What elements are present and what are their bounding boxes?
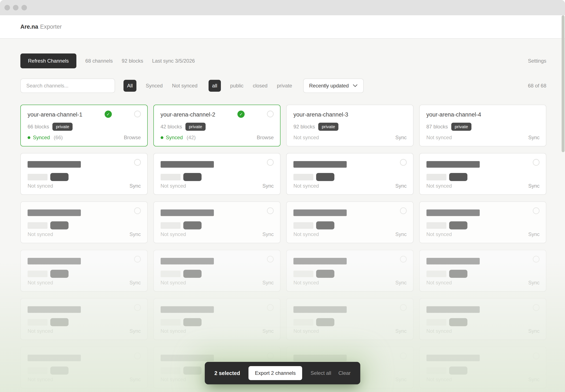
channel-card[interactable]: your-arena-channel-4 ✓ 87 blocks private… [419, 105, 547, 146]
channel-card[interactable]: your-arena-channel-1 ✓ 66 blocks private… [20, 105, 148, 146]
card-action-link[interactable]: Sync [129, 183, 141, 189]
filter-chip-private[interactable]: private [277, 83, 292, 89]
privacy-badge-skeleton [316, 221, 334, 229]
window-control-dot[interactable] [21, 5, 27, 10]
select-radio[interactable] [533, 256, 539, 263]
channel-card-loading[interactable]: Not synced Sync [153, 153, 281, 195]
channel-card-loading[interactable]: Not synced Sync [419, 153, 547, 195]
not-synced-status: Not synced [293, 183, 319, 189]
selected-check-icon[interactable]: ✓ [237, 111, 245, 118]
select-radio[interactable] [400, 207, 407, 214]
vertical-scrollbar-thumb[interactable] [562, 15, 565, 152]
not-synced-status: Not synced [161, 328, 186, 334]
channel-card-loading[interactable]: Not synced Sync [419, 298, 547, 340]
card-action-link[interactable]: Sync [395, 328, 407, 334]
select-radio[interactable] [533, 352, 539, 359]
sort-selected-value: Recently updated [309, 83, 349, 89]
filter-chip-all[interactable]: All [124, 80, 137, 92]
refresh-channels-button[interactable]: Refresh Channels [20, 54, 76, 68]
channel-card-loading[interactable]: Not synced Sync [286, 298, 413, 340]
channel-card-loading[interactable]: Not synced Sync [20, 201, 148, 243]
card-action-link[interactable]: Sync [262, 231, 274, 237]
select-radio[interactable] [267, 304, 274, 311]
filter-chip-public[interactable]: public [230, 83, 244, 89]
card-action-link[interactable]: Sync [262, 183, 274, 189]
window-control-dot[interactable] [13, 5, 18, 10]
select-radio[interactable] [400, 159, 407, 166]
card-action-link[interactable]: Browse [124, 135, 141, 140]
card-action-link[interactable]: Sync [528, 377, 539, 382]
channel-card-loading[interactable]: Not synced Sync [419, 250, 547, 292]
channel-card-loading[interactable]: Not synced Sync [286, 250, 413, 292]
channel-card-loading[interactable]: Not synced Sync [20, 347, 148, 388]
privacy-badge-skeleton [449, 221, 468, 229]
channel-card-loading[interactable]: Not synced Sync [286, 201, 413, 243]
channel-card-loading[interactable]: Not synced Sync [286, 153, 413, 195]
channel-card-loading[interactable]: Not synced Sync [419, 347, 547, 388]
synced-status: Synced(42) [161, 135, 196, 140]
card-action-link[interactable]: Sync [395, 135, 407, 140]
card-action-link[interactable]: Sync [129, 377, 141, 382]
select-radio[interactable] [134, 352, 141, 359]
select-radio[interactable] [533, 159, 539, 166]
channel-card-loading[interactable]: Not synced Sync [419, 201, 547, 243]
channel-title-skeleton [161, 258, 214, 265]
channel-card[interactable]: your-arena-channel-2 ✓ 42 blocks private… [153, 105, 281, 146]
select-radio[interactable] [533, 304, 539, 311]
card-action-link[interactable]: Sync [528, 231, 539, 237]
selected-check-icon[interactable]: ✓ [105, 111, 112, 118]
select-radio[interactable] [400, 304, 407, 311]
select-radio[interactable] [267, 256, 274, 263]
select-radio[interactable] [134, 159, 141, 166]
last-sync-stat: Last sync 3/5/2026 [152, 58, 195, 64]
card-action-link[interactable]: Sync [528, 328, 539, 334]
select-radio[interactable] [267, 111, 274, 117]
not-synced-status: Not synced [28, 231, 53, 237]
card-action-link[interactable]: Sync [528, 280, 539, 286]
privacy-badge-skeleton [50, 270, 69, 278]
card-action-link[interactable]: Sync [129, 280, 141, 286]
filter-chip-not-synced[interactable]: Not synced [172, 83, 197, 89]
clear-selection-link[interactable]: Clear [338, 370, 350, 376]
not-synced-status: Not synced [427, 280, 452, 286]
export-channels-button[interactable]: Export 2 channels [249, 366, 302, 380]
channel-card-loading[interactable]: Not synced Sync [153, 250, 281, 292]
select-radio[interactable] [134, 304, 141, 311]
select-radio[interactable] [134, 207, 141, 214]
channel-card[interactable]: your-arena-channel-3 ✓ 92 blocks private… [286, 105, 413, 146]
channel-card-loading[interactable]: Not synced Sync [20, 153, 148, 195]
card-action-link[interactable]: Sync [528, 183, 539, 189]
filter-chip-closed[interactable]: closed [253, 83, 268, 89]
card-action-link[interactable]: Browse [257, 135, 274, 140]
card-action-link[interactable]: Sync [395, 231, 407, 237]
channel-card-loading[interactable]: Not synced Sync [20, 250, 148, 292]
sort-dropdown[interactable]: Recently updated [303, 79, 364, 93]
settings-link[interactable]: Settings [528, 58, 546, 64]
select-radio[interactable] [134, 256, 141, 263]
card-action-link[interactable]: Sync [129, 328, 141, 334]
select-radio[interactable] [267, 159, 274, 166]
card-action-link[interactable]: Sync [395, 183, 407, 189]
channel-card-loading[interactable]: Not synced Sync [153, 201, 281, 243]
search-input[interactable] [20, 79, 115, 93]
select-radio[interactable] [533, 207, 539, 214]
select-all-link[interactable]: Select all [311, 370, 331, 376]
privacy-badge-skeleton [449, 318, 468, 326]
window-control-dot[interactable] [4, 5, 10, 10]
filter-chip-synced[interactable]: Synced [146, 83, 163, 89]
select-radio[interactable] [267, 207, 274, 214]
select-radio[interactable] [400, 352, 407, 359]
card-action-link[interactable]: Sync [129, 231, 141, 237]
card-action-link[interactable]: Sync [262, 280, 274, 286]
card-action-link[interactable]: Sync [395, 280, 407, 286]
filter-chip-vis-all[interactable]: all [208, 80, 221, 92]
select-radio[interactable] [400, 256, 407, 263]
select-radio[interactable] [134, 111, 141, 117]
card-action-link[interactable]: Sync [528, 135, 539, 140]
card-action-link[interactable]: Sync [262, 328, 274, 334]
channel-card-loading[interactable]: Not synced Sync [20, 298, 148, 340]
channel-card-loading[interactable]: Not synced Sync [153, 298, 281, 340]
select-radio[interactable] [267, 352, 274, 359]
privacy-badge-skeleton [50, 221, 69, 229]
card-action-link[interactable]: Sync [395, 377, 407, 382]
